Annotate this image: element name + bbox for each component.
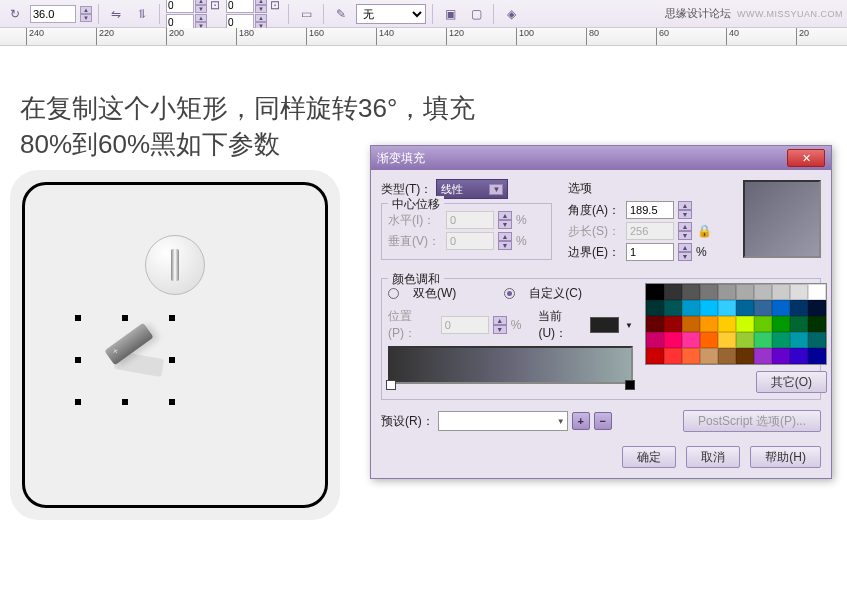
cancel-button[interactable]: 取消 [686, 446, 740, 468]
color-swatch[interactable] [718, 332, 736, 348]
gradient-stop[interactable] [625, 380, 635, 390]
color-swatch[interactable] [664, 284, 682, 300]
preset-remove-button[interactable]: − [594, 412, 612, 430]
angle-spinner-dlg[interactable]: ▲▼ [678, 201, 692, 219]
selection-handle[interactable] [169, 399, 175, 405]
selection-handle[interactable] [75, 315, 81, 321]
color-swatch[interactable] [682, 316, 700, 332]
color-swatch[interactable] [718, 300, 736, 316]
offset-x-spinner[interactable]: ▲▼ [195, 0, 207, 13]
color-swatch[interactable] [700, 300, 718, 316]
edge-input[interactable] [626, 243, 674, 261]
color-swatch[interactable] [646, 300, 664, 316]
radio-two-color[interactable] [388, 288, 399, 299]
color-swatch[interactable] [790, 348, 808, 364]
radio-custom[interactable] [504, 288, 515, 299]
help-button[interactable]: 帮助(H) [750, 446, 821, 468]
gradient-stop[interactable] [386, 380, 396, 390]
edge-spinner[interactable]: ▲▼ [678, 243, 692, 261]
selection-handle[interactable] [169, 315, 175, 321]
type-combo[interactable]: 线性▼ [436, 179, 508, 199]
ruler-tick: 140 [376, 28, 394, 45]
color-swatch[interactable] [754, 300, 772, 316]
ruler-tick: 200 [166, 28, 184, 45]
color-swatch[interactable] [646, 316, 664, 332]
selection-handle[interactable] [122, 399, 128, 405]
preset-combo[interactable]: ▼ [438, 411, 568, 431]
selection-handle[interactable] [122, 315, 128, 321]
convert-icon[interactable]: ◈ [500, 3, 522, 25]
size-w-input[interactable] [226, 0, 254, 13]
color-swatch[interactable] [808, 284, 826, 300]
current-swatch[interactable] [590, 317, 619, 333]
color-swatch[interactable] [808, 348, 826, 364]
rotate-icon[interactable]: ↻ [4, 3, 26, 25]
color-swatch[interactable] [718, 316, 736, 332]
color-swatch[interactable] [754, 332, 772, 348]
color-swatch[interactable] [754, 348, 772, 364]
to-back-icon[interactable]: ▢ [465, 3, 487, 25]
color-swatch[interactable] [664, 316, 682, 332]
selection-handle[interactable] [75, 399, 81, 405]
color-swatch[interactable] [736, 348, 754, 364]
color-swatch[interactable] [772, 316, 790, 332]
angle-input-dlg[interactable] [626, 201, 674, 219]
color-swatch[interactable] [808, 316, 826, 332]
angle-input[interactable] [30, 5, 76, 23]
color-swatch[interactable] [790, 284, 808, 300]
color-swatch[interactable] [682, 284, 700, 300]
color-swatch[interactable] [736, 316, 754, 332]
color-swatch[interactable] [736, 284, 754, 300]
preset-add-button[interactable]: + [572, 412, 590, 430]
others-button[interactable]: 其它(O) [756, 371, 827, 393]
color-swatch[interactable] [772, 300, 790, 316]
color-swatch[interactable] [646, 348, 664, 364]
color-swatch[interactable] [664, 300, 682, 316]
mirror-h-icon[interactable]: ⇋ [105, 3, 127, 25]
color-swatch[interactable] [736, 332, 754, 348]
outline-pen-icon[interactable]: ✎ [330, 3, 352, 25]
offset-x-input[interactable] [166, 0, 194, 13]
color-swatch[interactable] [682, 300, 700, 316]
angle-spinner[interactable]: ▲▼ [80, 6, 92, 22]
to-front-icon[interactable]: ▣ [439, 3, 461, 25]
color-swatch[interactable] [790, 332, 808, 348]
selection-bbox[interactable] [75, 315, 175, 405]
color-swatch[interactable] [808, 300, 826, 316]
color-swatch[interactable] [754, 316, 772, 332]
color-swatch[interactable] [808, 332, 826, 348]
color-swatch[interactable] [772, 332, 790, 348]
close-button[interactable]: ✕ [787, 149, 825, 167]
dialog-titlebar[interactable]: 渐变填充 ✕ [371, 146, 831, 170]
color-palette[interactable] [645, 283, 827, 365]
color-swatch[interactable] [700, 316, 718, 332]
color-swatch[interactable] [700, 348, 718, 364]
align-icon[interactable]: ▭ [295, 3, 317, 25]
color-swatch[interactable] [736, 300, 754, 316]
size-w-spinner[interactable]: ▲▼ [255, 0, 267, 13]
selection-handle[interactable] [75, 357, 81, 363]
color-swatch[interactable] [700, 332, 718, 348]
mirror-v-icon[interactable]: ⥮ [131, 3, 153, 25]
selection-handle[interactable] [169, 357, 175, 363]
color-swatch[interactable] [772, 284, 790, 300]
color-swatch[interactable] [646, 284, 664, 300]
lock-xy-icon[interactable]: ⊡ [208, 0, 222, 12]
color-swatch[interactable] [790, 316, 808, 332]
color-swatch[interactable] [754, 284, 772, 300]
lock-icon[interactable]: 🔒 [696, 223, 712, 239]
color-swatch[interactable] [718, 348, 736, 364]
ok-button[interactable]: 确定 [622, 446, 676, 468]
gradient-editor[interactable] [388, 346, 633, 384]
color-swatch[interactable] [718, 284, 736, 300]
color-swatch[interactable] [682, 348, 700, 364]
color-swatch[interactable] [682, 332, 700, 348]
color-swatch[interactable] [664, 332, 682, 348]
color-swatch[interactable] [790, 300, 808, 316]
color-swatch[interactable] [700, 284, 718, 300]
color-swatch[interactable] [772, 348, 790, 364]
color-swatch[interactable] [664, 348, 682, 364]
color-swatch[interactable] [646, 332, 664, 348]
outline-width-select[interactable]: 无 [356, 4, 426, 24]
lock-wh-icon[interactable]: ⊡ [268, 0, 282, 12]
